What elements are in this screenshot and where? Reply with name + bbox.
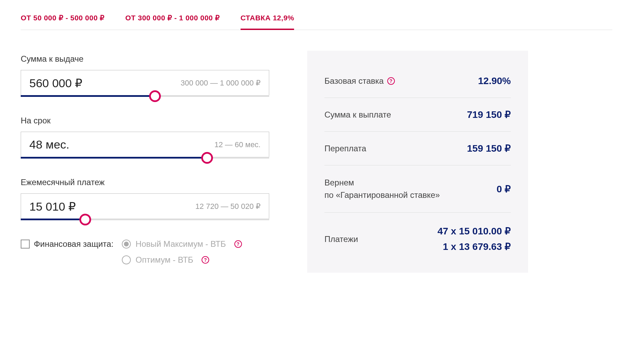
protection-option-optimum[interactable]: Оптимум - ВТБ ? — [122, 255, 242, 265]
amount-slider-fill — [21, 95, 155, 97]
tab-range-1[interactable]: ОТ 50 000 ₽ - 500 000 ₽ — [21, 14, 105, 30]
summary-label: Вернем по «Гарантированной ставке» — [324, 176, 440, 201]
payment-field: Ежемесячный платеж 15 010 ₽ 12 720 — 50 … — [21, 178, 269, 220]
protection-options: Финансовая защита: Новый Максимум - ВТБ … — [21, 239, 269, 265]
payment-range-hint: 12 720 — 50 020 ₽ — [195, 202, 261, 211]
summary-value: 47 x 15 010.00 ₽ 1 x 13 679.63 ₽ — [437, 224, 511, 255]
help-icon[interactable]: ? — [202, 256, 209, 264]
protection-option-label: Новый Максимум - ВТБ — [136, 239, 226, 249]
summary-label: Сумма к выплате — [324, 110, 391, 120]
summary-value: 0 ₽ — [497, 183, 511, 195]
amount-field: Сумма к выдаче 560 000 ₽ 300 000 — 1 000… — [21, 54, 269, 97]
term-range-hint: 12 — 60 мес. — [214, 140, 261, 149]
rate-tabs: ОТ 50 000 ₽ - 500 000 ₽ ОТ 300 000 ₽ - 1… — [21, 14, 612, 30]
radio-icon — [122, 240, 131, 249]
calculator-inputs: Сумма к выдаче 560 000 ₽ 300 000 — 1 000… — [21, 54, 269, 265]
tab-rate-129[interactable]: СТАВКА 12,9% — [241, 14, 294, 30]
term-field: На срок 48 мес. 12 — 60 мес. — [21, 116, 269, 159]
payment-input[interactable]: 15 010 ₽ 12 720 — 50 020 ₽ — [21, 193, 269, 219]
term-value: 48 мес. — [29, 138, 69, 151]
summary-value: 12.90% — [478, 75, 511, 87]
amount-input[interactable]: 560 000 ₽ 300 000 — 1 000 000 ₽ — [21, 70, 269, 96]
term-slider[interactable] — [21, 157, 269, 159]
term-slider-handle[interactable] — [201, 152, 213, 164]
summary-cashback: Вернем по «Гарантированной ставке» 0 ₽ — [324, 165, 511, 213]
protection-checkbox[interactable]: Финансовая защита: — [21, 239, 114, 249]
amount-value: 560 000 ₽ — [29, 76, 82, 90]
summary-label: Переплата — [324, 144, 366, 153]
term-label: На срок — [21, 116, 269, 125]
protection-option-max[interactable]: Новый Максимум - ВТБ ? — [122, 239, 242, 249]
payment-label: Ежемесячный платеж — [21, 178, 269, 187]
amount-slider[interactable] — [21, 95, 269, 97]
summary-label: Платежи — [324, 234, 358, 244]
protection-option-label: Оптимум - ВТБ — [136, 255, 193, 265]
help-icon[interactable]: ? — [387, 77, 395, 85]
payment-value: 15 010 ₽ — [29, 200, 76, 213]
term-slider-fill — [21, 157, 207, 159]
summary-base-rate: Базовая ставка ? 12.90% — [324, 64, 511, 98]
summary-value: 719 150 ₽ — [467, 109, 511, 120]
amount-label: Сумма к выдаче — [21, 54, 269, 64]
amount-range-hint: 300 000 — 1 000 000 ₽ — [181, 79, 261, 88]
summary-payments: Платежи 47 x 15 010.00 ₽ 1 x 13 679.63 ₽ — [324, 213, 511, 266]
checkbox-icon — [21, 240, 30, 249]
summary-value: 159 150 ₽ — [467, 143, 511, 154]
protection-label: Финансовая защита: — [34, 239, 114, 249]
payment-slider-fill — [21, 219, 85, 220]
amount-slider-handle[interactable] — [149, 90, 161, 102]
summary-total-payable: Сумма к выплате 719 150 ₽ — [324, 98, 511, 132]
payment-slider[interactable] — [21, 219, 269, 220]
help-icon[interactable]: ? — [234, 240, 242, 248]
radio-icon — [122, 255, 131, 264]
protection-radio-group: Новый Максимум - ВТБ ? Оптимум - ВТБ ? — [122, 239, 242, 265]
summary-overpayment: Переплата 159 150 ₽ — [324, 132, 511, 165]
term-input[interactable]: 48 мес. 12 — 60 мес. — [21, 132, 269, 158]
summary-label: Базовая ставка ? — [324, 76, 395, 86]
tab-range-2[interactable]: ОТ 300 000 ₽ - 1 000 000 ₽ — [125, 14, 220, 30]
summary-panel: Базовая ставка ? 12.90% Сумма к выплате … — [307, 51, 528, 273]
payment-slider-handle[interactable] — [79, 214, 91, 225]
